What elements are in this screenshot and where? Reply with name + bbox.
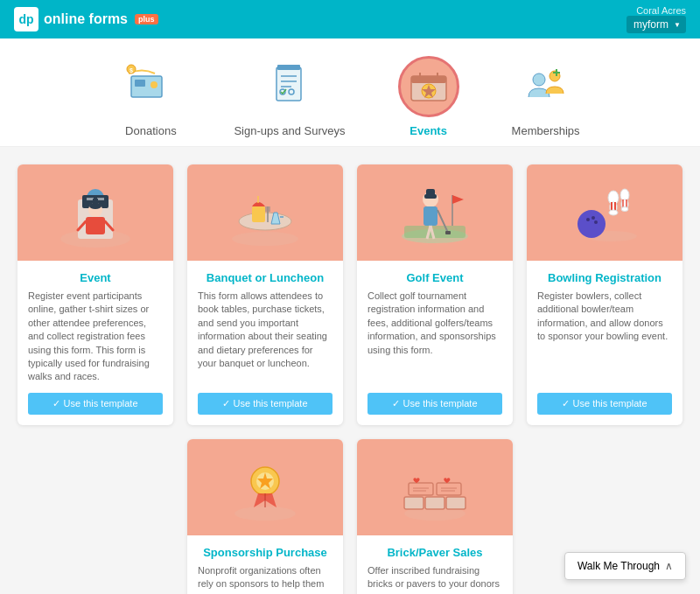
svg-rect-50 (445, 231, 451, 234)
svg-point-35 (232, 232, 298, 246)
svg-point-60 (609, 210, 618, 215)
card-golf-desc: Collect golf tournament registration inf… (368, 290, 502, 384)
walk-me-through-wrap: Walk Me Through (564, 552, 686, 580)
svg-point-70 (234, 507, 296, 521)
card-bowling-desc: Register bowlers, collect additional bow… (537, 290, 672, 384)
form-dropdown-wrap[interactable]: myform (626, 16, 686, 33)
cards-row-1: Event Register event participants online… (18, 164, 682, 425)
events-icon (402, 60, 455, 113)
card-event-title: Event (28, 271, 163, 284)
card-event-btn[interactable]: Use this template (28, 393, 163, 415)
card-sponsorship-body: Sponsorship Purchase Nonprofit organizat… (187, 535, 343, 594)
signups-icon (263, 60, 316, 113)
svg-point-67 (586, 218, 590, 221)
card-bowling-btn[interactable]: Use this template (537, 393, 672, 415)
card-banquet: Banquet or Luncheon This form allows att… (187, 164, 343, 425)
card-brick: Brick/Paver Sales Offer inscribed fundra… (357, 439, 513, 594)
card-golf-title: Golf Event (368, 271, 502, 284)
card-golf-image (357, 164, 513, 261)
banquet-illustration (226, 173, 304, 252)
svg-text:$: $ (130, 67, 133, 74)
svg-rect-37 (252, 206, 265, 222)
walk-me-through-btn[interactable]: Walk Me Through (564, 552, 686, 580)
card-sponsorship-image (187, 439, 343, 535)
card-event-body: Event Register event participants online… (18, 261, 173, 425)
card-sponsorship-desc: Nonprofit organizations often rely on sp… (198, 564, 332, 594)
card-golf: Golf Event Collect golf tournament regis… (357, 164, 513, 425)
svg-rect-5 (276, 67, 301, 101)
card-bowling-title: Bowling Registration (537, 271, 672, 284)
header-right: Coral Acres myform (626, 5, 686, 33)
svg-rect-46 (424, 206, 438, 226)
card-event-image (18, 164, 173, 261)
svg-rect-80 (446, 497, 466, 509)
card-event: Event Register event participants online… (18, 164, 173, 425)
svg-rect-31 (93, 199, 98, 206)
svg-marker-52 (452, 195, 464, 204)
card-banquet-desc: This form allows attendees to book table… (198, 290, 332, 384)
card-golf-btn[interactable]: Use this template (368, 393, 502, 415)
svg-rect-9 (277, 65, 300, 70)
form-dropdown[interactable]: myform (626, 16, 686, 33)
svg-point-65 (621, 207, 628, 212)
card-brick-body: Brick/Paver Sales Offer inscribed fundra… (357, 535, 513, 594)
svg-rect-1 (135, 80, 145, 87)
category-donations[interactable]: $ Donations (120, 56, 181, 137)
logo-plus-badge: plus (135, 14, 158, 24)
events-label: Events (410, 124, 447, 137)
card-brick-image (357, 439, 513, 535)
svg-rect-78 (404, 497, 424, 509)
card-banquet-btn[interactable]: Use this template (198, 393, 332, 415)
svg-rect-27 (87, 198, 94, 200)
card-bowling-image (527, 164, 682, 261)
org-name: Coral Acres (636, 5, 686, 16)
category-events[interactable]: Events (398, 56, 459, 137)
cards-section: Event Register event participants online… (0, 164, 700, 594)
donations-icon-wrap: $ (120, 56, 181, 117)
card-bowling: Bowling Registration Register bowlers, c… (527, 164, 682, 425)
svg-rect-28 (97, 198, 104, 200)
category-signups[interactable]: Sign-ups and Surveys (234, 56, 345, 137)
donations-label: Donations (125, 124, 177, 137)
signups-label: Sign-ups and Surveys (234, 124, 345, 137)
card-golf-body: Golf Event Collect golf tournament regis… (357, 261, 513, 425)
logo: dp online forms plus (14, 7, 158, 31)
header: dp online forms plus Coral Acres myform (0, 0, 700, 38)
category-memberships[interactable]: Memberships (512, 56, 580, 137)
events-icon-wrap (398, 56, 459, 117)
memberships-label: Memberships (512, 124, 580, 137)
event-illustration (56, 173, 135, 252)
brick-illustration (396, 448, 474, 527)
card-event-desc: Register event participants online, gath… (28, 290, 163, 384)
svg-point-2 (150, 81, 158, 88)
logo-initials: dp (14, 7, 38, 31)
card-banquet-body: Banquet or Luncheon This form allows att… (187, 261, 343, 425)
svg-point-68 (592, 216, 595, 220)
svg-point-66 (578, 210, 606, 238)
memberships-icon (520, 60, 572, 113)
signups-icon-wrap (259, 56, 320, 117)
svg-rect-54 (426, 189, 435, 196)
bowling-illustration (565, 173, 644, 252)
svg-rect-44 (404, 226, 466, 238)
svg-rect-79 (425, 497, 444, 509)
svg-rect-77 (437, 483, 461, 495)
categories-bar: $ Donations Sign-ups and Surveys (0, 38, 700, 147)
svg-rect-14 (411, 76, 446, 83)
card-banquet-title: Banquet or Luncheon (198, 271, 332, 284)
card-brick-title: Brick/Paver Sales (368, 546, 502, 559)
svg-rect-76 (409, 483, 433, 495)
memberships-icon-wrap (515, 56, 577, 117)
donations-icon: $ (124, 60, 177, 113)
card-brick-desc: Offer inscribed fundraising bricks or pa… (368, 564, 502, 594)
card-banquet-image (187, 164, 343, 261)
card-sponsorship-title: Sponsorship Purchase (198, 546, 332, 559)
svg-point-69 (594, 220, 598, 224)
golf-illustration (396, 173, 474, 252)
card-sponsorship: Sponsorship Purchase Nonprofit organizat… (187, 439, 343, 594)
logo-text: online forms (44, 11, 128, 27)
sponsorship-illustration (226, 448, 304, 527)
card-bowling-body: Bowling Registration Register bowlers, c… (527, 261, 682, 425)
svg-rect-32 (86, 217, 105, 234)
svg-point-19 (533, 73, 545, 86)
